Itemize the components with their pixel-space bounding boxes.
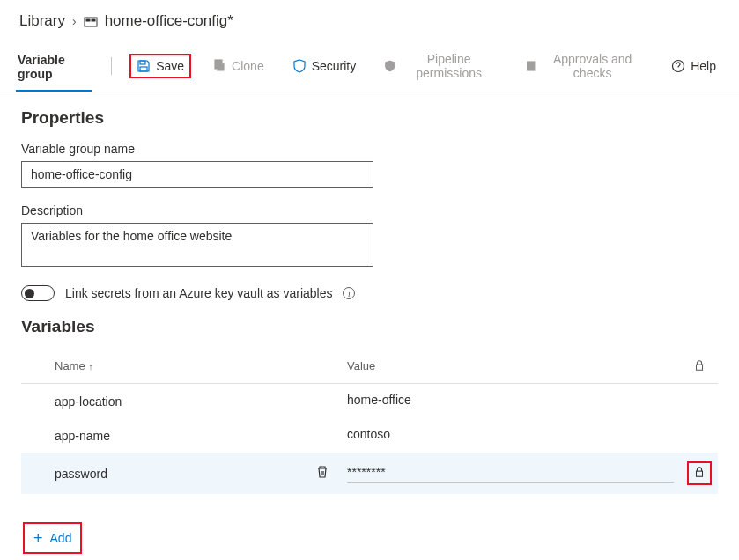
- info-icon[interactable]: i: [343, 287, 355, 299]
- help-button[interactable]: Help: [664, 54, 723, 78]
- add-variable-button[interactable]: + Add: [23, 522, 82, 554]
- clone-icon: [212, 59, 226, 73]
- variable-name[interactable]: password: [55, 467, 107, 481]
- description-label: Description: [21, 203, 718, 217]
- column-lock-header: [681, 359, 718, 374]
- properties-heading: Properties: [21, 108, 718, 128]
- help-button-label: Help: [691, 59, 716, 73]
- toolbar: Variable group Save Clone Security Pipel…: [0, 30, 739, 92]
- description-input[interactable]: Variables for the home office website: [21, 223, 373, 267]
- pipeline-permissions-button[interactable]: Pipeline permissions: [377, 47, 503, 85]
- approvals-button[interactable]: Approvals and checks: [518, 47, 651, 85]
- variable-name[interactable]: app-location: [55, 394, 122, 409]
- variable-value[interactable]: contoso: [347, 427, 674, 444]
- name-label: Variable group name: [21, 142, 718, 156]
- lock-icon: [693, 359, 706, 372]
- save-button[interactable]: Save: [129, 54, 191, 78]
- chevron-right-icon: ›: [72, 14, 77, 28]
- breadcrumb-root[interactable]: Library: [19, 12, 65, 30]
- properties-section: Properties Variable group name Descripti…: [0, 92, 739, 301]
- link-secrets-label: Link secrets from an Azure key vault as …: [65, 286, 332, 300]
- toolbar-divider: [111, 57, 112, 75]
- security-button-label: Security: [312, 59, 357, 73]
- add-button-label: Add: [50, 531, 72, 545]
- save-icon: [137, 59, 151, 73]
- tab-variable-group[interactable]: Variable group: [16, 46, 92, 92]
- column-name-header[interactable]: Name ↑: [21, 359, 347, 374]
- shield-outline-icon: [384, 59, 395, 73]
- variables-heading: Variables: [21, 317, 718, 336]
- svg-rect-2: [92, 19, 95, 21]
- lock-toggle[interactable]: [687, 461, 712, 485]
- svg-rect-4: [140, 67, 147, 71]
- table-row[interactable]: app-locationhome-office: [21, 384, 718, 418]
- variables-section: Variables Name ↑ Value app-locationhome-…: [0, 301, 739, 554]
- variable-value[interactable]: ********: [347, 465, 674, 483]
- svg-rect-9: [697, 471, 703, 476]
- variable-value[interactable]: home-office: [347, 393, 674, 409]
- checklist-icon: [525, 59, 536, 73]
- help-icon: [671, 59, 685, 73]
- link-secrets-toggle[interactable]: [21, 285, 55, 301]
- column-value-header[interactable]: Value: [347, 359, 681, 374]
- plus-icon: +: [33, 530, 43, 546]
- table-header: Name ↑ Value: [21, 350, 718, 384]
- variable-group-name-input[interactable]: [21, 161, 373, 188]
- breadcrumb: Library › home-office-config*: [0, 0, 739, 30]
- variables-table: Name ↑ Value app-locationhome-officeapp-…: [21, 350, 718, 494]
- variable-group-icon: [84, 12, 98, 30]
- approvals-button-label: Approvals and checks: [542, 52, 643, 80]
- svg-rect-8: [697, 365, 703, 370]
- svg-rect-3: [140, 61, 145, 64]
- pipeline-permissions-label: Pipeline permissions: [402, 52, 497, 80]
- variable-name[interactable]: app-name: [55, 429, 110, 443]
- table-row[interactable]: app-namecontoso: [21, 418, 718, 453]
- delete-icon[interactable]: [315, 465, 329, 482]
- security-button[interactable]: Security: [285, 54, 364, 78]
- svg-rect-1: [86, 19, 90, 21]
- page-title: home-office-config*: [105, 12, 233, 30]
- table-row[interactable]: password********: [21, 453, 718, 494]
- clone-button-label: Clone: [232, 59, 264, 73]
- shield-icon: [292, 59, 307, 73]
- clone-button[interactable]: Clone: [205, 54, 271, 78]
- save-button-label: Save: [156, 59, 184, 73]
- sort-ascending-icon: ↑: [88, 361, 93, 372]
